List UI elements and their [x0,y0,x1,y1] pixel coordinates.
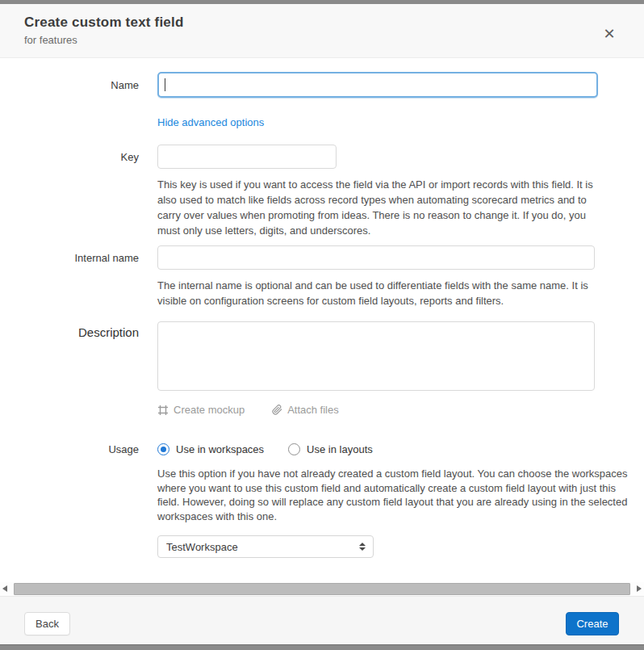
usage-help-row: Use this option if you have not already … [0,455,644,523]
usage-help-text: Use this option if you have not already … [157,467,632,523]
key-row: Key [0,145,644,169]
paperclip-icon [272,405,282,415]
workspace-select-value: TestWorkspace [166,541,238,553]
advanced-options-row: Hide advanced options [0,115,644,129]
key-label: Key [0,151,139,163]
attach-files-button[interactable]: Attach files [272,404,339,416]
radio-selected-icon [157,443,169,455]
radio-use-in-workspaces[interactable]: Use in workspaces [157,443,264,455]
modal-footer: Back Create [0,596,644,644]
radio-use-in-layouts-label: Use in layouts [307,443,373,455]
key-help-row: This key is used if you want to access t… [0,169,644,238]
key-input[interactable] [157,145,337,169]
page-background-bottom [0,644,644,650]
workspace-select-row: TestWorkspace [0,523,644,558]
name-row: Name [0,72,644,98]
modal-body: Name Hide advanced options Key Th [0,58,644,582]
create-mockup-button[interactable]: Create mockup [157,404,245,416]
scroll-left-arrow-icon[interactable] [2,585,7,592]
radio-unselected-icon [288,443,300,455]
close-icon[interactable]: ✕ [600,25,618,43]
select-updown-icon [359,543,366,551]
description-textarea[interactable] [157,321,595,391]
description-row: Description Create mockup [0,321,644,416]
hide-advanced-options-link[interactable]: Hide advanced options [157,116,264,128]
key-help-text: This key is used if you want to access t… [157,177,597,238]
scroll-right-arrow-icon[interactable] [637,585,642,592]
attach-files-label: Attach files [287,404,339,416]
usage-row: Usage Use in workspaces Use in layouts [0,443,644,455]
name-label: Name [0,79,139,91]
internal-name-help-row: The internal name is optional and can be… [0,270,644,308]
back-button[interactable]: Back [24,612,70,635]
create-button[interactable]: Create [566,612,619,635]
modal-header: Create custom text field for features ✕ [0,4,644,58]
horizontal-scrollbar[interactable] [0,582,644,596]
radio-use-in-layouts[interactable]: Use in layouts [288,443,373,455]
text-caret [165,78,165,91]
radio-use-in-workspaces-label: Use in workspaces [176,443,264,455]
mockup-icon [157,405,169,416]
horizontal-scrollbar-thumb[interactable] [14,583,630,595]
internal-name-input[interactable] [157,245,595,270]
name-input[interactable] [157,72,598,98]
internal-name-label: Internal name [0,252,139,264]
create-mockup-label: Create mockup [174,404,245,416]
modal-title: Create custom text field [24,15,620,31]
modal-subtitle: for features [24,34,620,46]
usage-label: Usage [0,443,139,455]
workspace-select[interactable]: TestWorkspace [157,535,374,558]
internal-name-help-text: The internal name is optional and can be… [157,278,597,308]
create-custom-field-modal: Create custom text field for features ✕ … [0,4,644,644]
internal-name-row: Internal name [0,245,644,270]
description-label: Description [0,321,139,339]
